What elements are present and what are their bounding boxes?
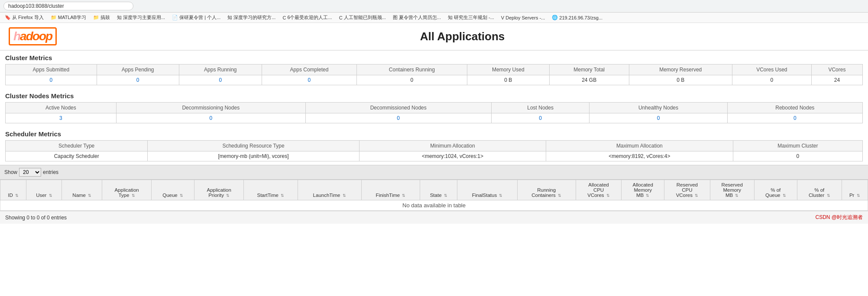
th-application-type[interactable]: ApplicationType ⇅ xyxy=(102,180,152,200)
cluster-nodes-table: Active Nodes Decommissioning Nodes Decom… xyxy=(5,102,863,123)
th-launch-time[interactable]: LaunchTime ⇅ xyxy=(298,180,361,200)
col-maximum-cluster: Maximum Cluster xyxy=(733,141,862,151)
th-reserved-cpu[interactable]: ReservedCPUVCores ⇅ xyxy=(664,180,710,200)
col-apps-pending: Apps Pending xyxy=(97,64,179,75)
page-content: hadoop All Applications Cluster Metrics … xyxy=(0,23,868,224)
hadoop-logo: hadoop xyxy=(9,27,57,45)
val-apps-completed[interactable]: 0 xyxy=(262,75,356,85)
val-memory-used: 0 B xyxy=(467,75,549,85)
col-decommissioning-nodes: Decommissioning Nodes xyxy=(116,103,305,113)
col-apps-running: Apps Running xyxy=(179,64,262,75)
col-active-nodes: Active Nodes xyxy=(6,103,117,113)
col-scheduling-resource-type: Scheduling Resource Type xyxy=(148,141,359,151)
val-maximum-cluster: 0 xyxy=(733,151,862,161)
bookmark-item[interactable]: C人工智能已到瓶颈... xyxy=(337,14,388,21)
val-minimum-allocation: <memory:1024, vCores:1> xyxy=(359,151,546,161)
val-scheduler-type: Capacity Scheduler xyxy=(6,151,148,161)
entries-label: entries xyxy=(43,169,58,175)
col-containers-running: Containers Running xyxy=(356,64,467,75)
col-maximum-allocation: Maximum Allocation xyxy=(546,141,733,151)
bookmark-item[interactable]: 📁MATLAB学习 xyxy=(49,14,88,21)
col-lost-nodes: Lost Nodes xyxy=(491,103,589,113)
col-apps-submitted: Apps Submitted xyxy=(6,64,97,75)
th-id[interactable]: ID ⇅ xyxy=(0,180,26,200)
bookmark-item[interactable]: 🔖从 Firefox 导入 xyxy=(3,14,46,21)
bookmark-item[interactable]: 知深度学习的研究方... xyxy=(225,14,278,21)
col-decommissioned-nodes: Decommissioned Nodes xyxy=(305,103,491,113)
table-footer: Showing 0 to 0 of 0 entries CSDN @时光追溯者 xyxy=(0,211,868,224)
val-decommissioning-nodes[interactable]: 0 xyxy=(116,113,305,123)
col-rebooted-nodes: Rebooted Nodes xyxy=(727,103,862,113)
bookmark-item[interactable]: 知深度学习主要应用... xyxy=(115,14,167,21)
col-vcores: VCores xyxy=(811,64,862,75)
val-containers-running: 0 xyxy=(356,75,467,85)
page-title: All Applications xyxy=(65,30,859,43)
col-memory-total: Memory Total xyxy=(549,64,629,75)
th-application-priority[interactable]: ApplicationPriority ⇅ xyxy=(194,180,244,200)
th-user[interactable]: User ⇅ xyxy=(26,180,62,200)
no-data-message: No data available in table xyxy=(0,200,868,211)
val-memory-reserved: 0 B xyxy=(629,75,732,85)
cluster-metrics-section: Cluster Metrics Apps Submitted Apps Pend… xyxy=(0,51,868,89)
th-reserved-memory[interactable]: ReservedMemoryMB ⇅ xyxy=(710,180,754,200)
th-name[interactable]: Name ⇅ xyxy=(62,180,102,200)
cluster-nodes-title: Cluster Nodes Metrics xyxy=(5,92,863,100)
bookmark-item[interactable]: C6个最受欢迎的人工... xyxy=(280,14,334,21)
col-minimum-allocation: Minimum Allocation xyxy=(359,141,546,151)
val-active-nodes[interactable]: 3 xyxy=(6,113,117,123)
val-maximum-allocation: <memory:8192, vCores:4> xyxy=(546,151,733,161)
url-input[interactable]: hadoop103:8088/cluster xyxy=(3,2,133,10)
bookmark-item[interactable]: 🌐219.216.96.73/zsg... xyxy=(550,14,605,21)
val-apps-running[interactable]: 0 xyxy=(179,75,262,85)
apps-table: ID ⇅ User ⇅ Name ⇅ ApplicationType ⇅ Que… xyxy=(0,180,868,211)
bookmark-item[interactable]: 知研究生三年规划 -... xyxy=(446,14,496,21)
col-scheduler-type: Scheduler Type xyxy=(6,141,148,151)
showing-entries: Showing 0 to 0 of 0 entries xyxy=(5,215,67,221)
th-running-containers[interactable]: RunningContainers ⇅ xyxy=(517,180,576,200)
val-vcores-used: 0 xyxy=(732,75,811,85)
val-apps-submitted[interactable]: 0 xyxy=(6,75,97,85)
val-memory-total: 24 GB xyxy=(549,75,629,85)
bookmark-item[interactable]: 📄保研夏令营 | 个人... xyxy=(170,14,223,21)
bookmark-item[interactable]: 📁搞鼓 xyxy=(91,14,112,21)
val-decommissioned-nodes[interactable]: 0 xyxy=(305,113,491,123)
th-start-time[interactable]: StartTime ⇅ xyxy=(244,180,298,200)
col-vcores-used: VCores Used xyxy=(732,64,811,75)
bookmark-item[interactable]: 图夏令营个人简历怎... xyxy=(391,14,443,21)
scheduler-metrics-table: Scheduler Type Scheduling Resource Type … xyxy=(5,140,863,161)
apps-table-wrapper: ID ⇅ User ⇅ Name ⇅ ApplicationType ⇅ Que… xyxy=(0,180,868,211)
th-pct-queue[interactable]: % ofQueue ⇅ xyxy=(754,180,797,200)
show-label: Show xyxy=(4,169,17,175)
th-state[interactable]: State ⇅ xyxy=(420,180,457,200)
th-final-status[interactable]: FinalStatus ⇅ xyxy=(457,180,517,200)
col-apps-completed: Apps Completed xyxy=(262,64,356,75)
scheduler-metrics-title: Scheduler Metrics xyxy=(5,130,863,138)
bookmarks-bar: 🔖从 Firefox 导入📁MATLAB学习📁搞鼓知深度学习主要应用...📄保研… xyxy=(0,13,868,23)
col-memory-used: Memory Used xyxy=(467,64,549,75)
bookmark-item[interactable]: VDeploy Servers -... xyxy=(499,15,547,21)
val-scheduling-resource-type: [memory-mb (unit=Mi), vcores] xyxy=(148,151,359,161)
val-rebooted-nodes[interactable]: 0 xyxy=(727,113,862,123)
page-header: hadoop All Applications xyxy=(0,23,868,50)
val-lost-nodes[interactable]: 0 xyxy=(491,113,589,123)
browser-url-bar: hadoop103:8088/cluster xyxy=(0,0,868,13)
show-entries-bar: Show 10 20 25 50 100 entries xyxy=(0,165,868,180)
th-finish-time[interactable]: FinishTime ⇅ xyxy=(361,180,420,200)
th-queue[interactable]: Queue ⇅ xyxy=(151,180,194,200)
val-unhealthy-nodes[interactable]: 0 xyxy=(589,113,727,123)
th-pr[interactable]: Pr ⇅ xyxy=(842,180,868,200)
scheduler-metrics-section: Scheduler Metrics Scheduler Type Schedul… xyxy=(0,127,868,165)
val-vcores: 24 xyxy=(811,75,862,85)
entries-select[interactable]: 10 20 25 50 100 xyxy=(19,168,41,177)
cluster-nodes-section: Cluster Nodes Metrics Active Nodes Decom… xyxy=(0,89,868,127)
th-pct-cluster[interactable]: % ofCluster ⇅ xyxy=(797,180,842,200)
th-allocated-memory[interactable]: AllocatedMemoryMB ⇅ xyxy=(622,180,664,200)
col-memory-reserved: Memory Reserved xyxy=(629,64,732,75)
attribution: CSDN @时光追溯者 xyxy=(815,214,863,221)
cluster-metrics-table: Apps Submitted Apps Pending Apps Running… xyxy=(5,64,863,85)
th-allocated-cpu[interactable]: AllocatedCPUVCores ⇅ xyxy=(576,180,622,200)
cluster-metrics-title: Cluster Metrics xyxy=(5,54,863,61)
col-unhealthy-nodes: Unhealthy Nodes xyxy=(589,103,727,113)
val-apps-pending[interactable]: 0 xyxy=(97,75,179,85)
